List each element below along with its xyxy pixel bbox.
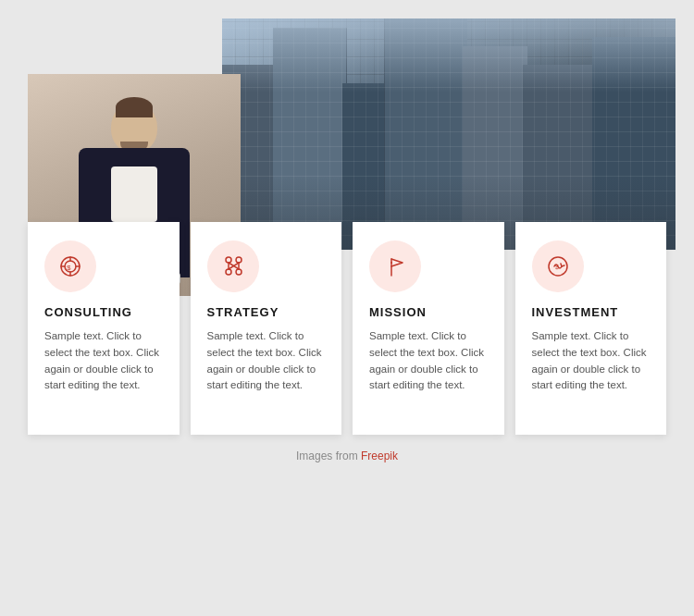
footer-text: Images from bbox=[296, 450, 361, 462]
mission-icon bbox=[382, 253, 408, 279]
page-wrapper: $ CONSULTING Sample text. Click to selec… bbox=[0, 0, 694, 616]
svg-point-8 bbox=[236, 257, 242, 263]
card-strategy[interactable]: STRATEGY Sample text. Click to select th… bbox=[191, 222, 342, 435]
card-consulting[interactable]: $ CONSULTING Sample text. Click to selec… bbox=[28, 222, 180, 435]
mission-text[interactable]: Sample text. Click to select the text bo… bbox=[369, 328, 488, 394]
mission-title: MISSION bbox=[369, 305, 488, 319]
cards-section: $ CONSULTING Sample text. Click to selec… bbox=[0, 222, 694, 435]
investment-icon: $ bbox=[545, 253, 571, 279]
mission-icon-wrapper bbox=[369, 240, 421, 292]
consulting-icon: $ bbox=[57, 253, 83, 279]
svg-text:$: $ bbox=[67, 264, 71, 272]
investment-title: INVESTMENT bbox=[532, 305, 651, 319]
strategy-icon bbox=[220, 253, 246, 279]
svg-point-9 bbox=[226, 269, 231, 275]
strategy-title: STRATEGY bbox=[207, 305, 326, 319]
card-investment[interactable]: $ INVESTMENT Sample text. Click to selec… bbox=[515, 222, 667, 435]
buildings-image bbox=[222, 18, 675, 250]
card-mission[interactable]: MISSION Sample text. Click to select the… bbox=[353, 222, 504, 435]
strategy-icon-wrapper bbox=[207, 240, 259, 292]
consulting-icon-wrapper: $ bbox=[44, 240, 96, 292]
consulting-text[interactable]: Sample text. Click to select the text bo… bbox=[44, 328, 163, 394]
strategy-text[interactable]: Sample text. Click to select the text bo… bbox=[207, 328, 326, 394]
investment-text[interactable]: Sample text. Click to select the text bo… bbox=[532, 328, 651, 394]
svg-point-7 bbox=[226, 257, 231, 263]
investment-icon-wrapper: $ bbox=[532, 240, 584, 292]
svg-text:$: $ bbox=[555, 264, 559, 270]
footer: Images from Freepik bbox=[0, 435, 694, 472]
consulting-title: CONSULTING bbox=[44, 305, 163, 319]
svg-point-10 bbox=[236, 269, 242, 275]
freepik-link[interactable]: Freepik bbox=[361, 450, 398, 462]
